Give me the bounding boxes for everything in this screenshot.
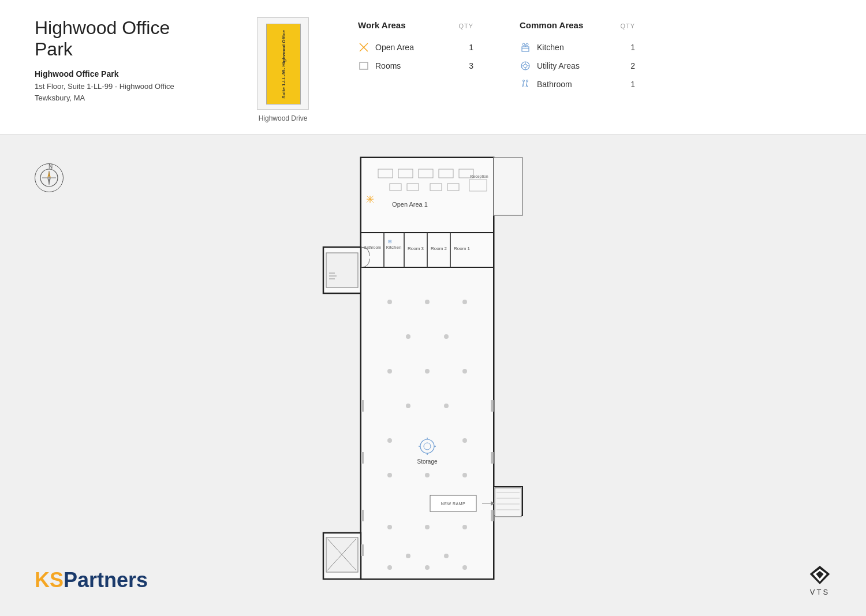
svg-point-14 (523, 80, 525, 82)
svg-point-90 (444, 554, 449, 558)
work-areas-header: Work Areas QTY (358, 20, 473, 36)
compass: N (35, 158, 66, 189)
svg-rect-107 (491, 400, 494, 412)
map-thumbnail: Suite 1-LL-99- Highwood Office (257, 17, 309, 110)
ks-logo: KSPartners (35, 568, 148, 592)
map-street-label: Highwood Drive (259, 114, 308, 122)
svg-point-64 (444, 334, 449, 339)
floorplan-svg: Open Area 1 Reception (315, 152, 551, 591)
svg-point-86 (387, 525, 392, 529)
address-line1: 1st Floor, Suite 1-LL-99 - Highwood Offi… (35, 82, 174, 91)
rooms-qty: 3 (462, 61, 473, 70)
svg-rect-34 (494, 158, 522, 215)
address-line2: Tewksbury, MA (35, 94, 85, 102)
main-section: N (0, 135, 866, 608)
svg-point-80 (425, 473, 430, 477)
floorplan-svg-container: Open Area 1 Reception (315, 152, 551, 593)
svg-rect-2 (360, 62, 368, 69)
svg-rect-94 (326, 253, 358, 288)
map-highlighted-area: Suite 1-LL-99- Highwood Office (266, 24, 301, 104)
svg-point-62 (462, 300, 467, 304)
svg-rect-3 (522, 47, 529, 51)
svg-text:Reception: Reception (470, 174, 488, 179)
vts-logo: VTS (808, 563, 831, 596)
utility-label: Utility Areas (537, 61, 618, 70)
svg-line-16 (523, 82, 524, 85)
svg-text:Storage: Storage (417, 458, 437, 465)
rooms-icon (358, 60, 369, 72)
svg-text:⊞: ⊞ (388, 239, 392, 244)
svg-rect-101 (495, 488, 521, 517)
svg-line-21 (527, 84, 528, 87)
bathroom-icon (520, 79, 531, 90)
svg-rect-106 (361, 400, 364, 412)
partners-text: Partners (64, 568, 148, 592)
kitchen-label: Kitchen (537, 43, 618, 52)
svg-rect-108 (361, 452, 364, 464)
svg-point-89 (406, 554, 410, 558)
svg-text:Room 1: Room 1 (454, 246, 471, 251)
stats-panel: Work Areas QTY Open Area 1 (358, 17, 831, 97)
svg-text:Room 2: Room 2 (431, 246, 447, 251)
bathroom-label: Bathroom (537, 80, 618, 89)
open-area-icon (358, 42, 369, 53)
svg-point-70 (387, 438, 392, 443)
svg-point-15 (527, 80, 528, 82)
common-areas-header: Common Areas QTY (520, 20, 635, 36)
svg-point-87 (425, 525, 430, 529)
footer: KSPartners VTS (35, 563, 831, 596)
rooms-label: Rooms (375, 61, 456, 70)
utility-icon (520, 60, 531, 72)
open-area-label: Open Area (375, 43, 456, 52)
svg-point-9 (524, 64, 527, 68)
vts-diamond-icon (808, 563, 831, 587)
svg-text:Kitchen: Kitchen (386, 245, 402, 250)
svg-rect-112 (361, 544, 364, 556)
svg-rect-109 (491, 452, 494, 464)
svg-text:Room 3: Room 3 (408, 246, 424, 251)
utility-qty: 2 (624, 61, 635, 70)
property-title: Highwood Office Park (35, 17, 208, 60)
vts-text-label: VTS (810, 588, 830, 596)
bathroom-row: Bathroom 1 (520, 79, 635, 90)
work-areas-stats: Work Areas QTY Open Area 1 (358, 20, 473, 97)
svg-text:NEW RAMP: NEW RAMP (441, 502, 466, 506)
common-areas-title: Common Areas (520, 20, 583, 30)
kitchen-qty: 1 (624, 43, 635, 52)
svg-point-69 (444, 404, 449, 408)
work-areas-title: Work Areas (358, 20, 406, 30)
map-suite-label: Suite 1-LL-99- Highwood Office (281, 30, 286, 99)
svg-point-88 (462, 525, 467, 529)
compass-n-label: N (48, 163, 53, 170)
common-areas-stats: Common Areas QTY Kitchen 1 (520, 20, 635, 97)
svg-rect-111 (491, 510, 494, 521)
work-areas-qty-header: QTY (458, 23, 473, 29)
property-address: 1st Floor, Suite 1-LL-99 - Highwood Offi… (35, 81, 208, 103)
svg-point-60 (387, 300, 392, 304)
svg-text:Bathroom: Bathroom (364, 245, 382, 249)
svg-point-61 (425, 300, 430, 304)
svg-line-18 (523, 84, 524, 87)
svg-rect-110 (361, 510, 364, 521)
svg-point-7 (526, 43, 528, 46)
svg-point-79 (387, 473, 392, 477)
svg-point-63 (406, 334, 410, 339)
header-section: Highwood Office Park Highwood Office Par… (0, 0, 866, 135)
open-area-label: Open Area 1 (392, 201, 428, 208)
svg-line-19 (527, 82, 527, 85)
svg-point-66 (425, 369, 430, 374)
svg-rect-31 (361, 267, 494, 579)
property-bold-name: Highwood Office Park (35, 69, 208, 79)
common-areas-qty-header: QTY (620, 23, 635, 29)
svg-point-67 (462, 369, 467, 374)
rooms-row: Rooms 3 (358, 60, 473, 72)
ks-letters: KS (35, 568, 64, 592)
map-thumbnail-container: Suite 1-LL-99- Highwood Office Highwood … (242, 17, 323, 122)
open-area-qty: 1 (462, 43, 473, 52)
kitchen-row: Kitchen 1 (520, 42, 635, 53)
property-info: Highwood Office Park Highwood Office Par… (35, 17, 208, 103)
kitchen-icon (520, 42, 531, 53)
svg-point-68 (406, 404, 410, 408)
open-area-row: Open Area 1 (358, 42, 473, 53)
svg-point-71 (462, 438, 467, 443)
